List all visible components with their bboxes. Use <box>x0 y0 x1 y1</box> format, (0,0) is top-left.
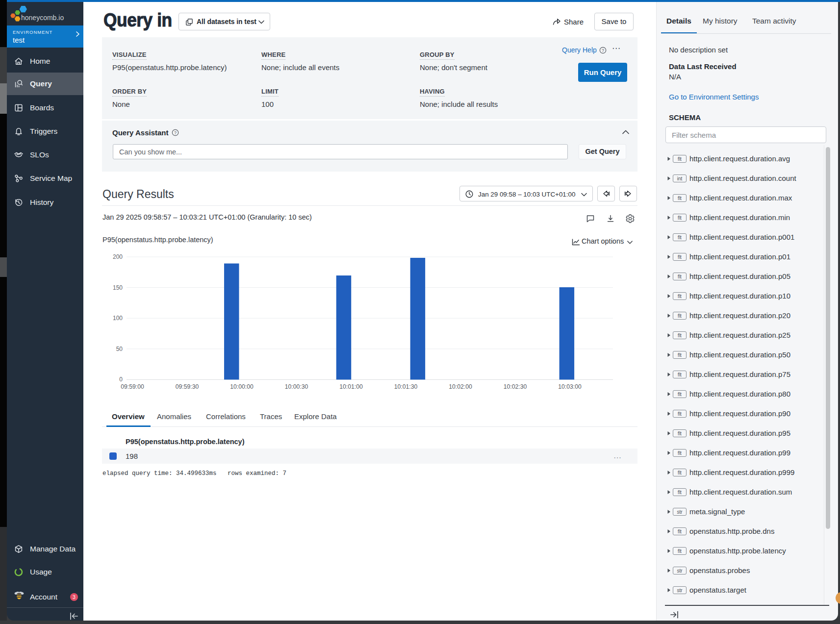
svg-text:10:01:30: 10:01:30 <box>394 383 418 390</box>
svg-text:0: 0 <box>119 376 123 383</box>
svg-text:10:02:00: 10:02:00 <box>449 383 472 390</box>
svg-text:?: ? <box>174 130 177 135</box>
svg-text:100: 100 <box>113 315 123 322</box>
svg-text:09:59:00: 09:59:00 <box>121 383 144 390</box>
svg-text:50: 50 <box>116 346 123 352</box>
svg-text:09:59:30: 09:59:30 <box>176 383 199 390</box>
svg-text:10:00:00: 10:00:00 <box>230 383 254 390</box>
svg-text:150: 150 <box>113 284 123 291</box>
svg-text:10:00:30: 10:00:30 <box>285 383 308 390</box>
svg-text:10:01:00: 10:01:00 <box>339 383 363 390</box>
svg-text:200: 200 <box>113 253 123 260</box>
svg-text:10:02:30: 10:02:30 <box>504 383 527 390</box>
svg-text:?: ? <box>602 48 604 53</box>
svg-text:10:03:00: 10:03:00 <box>558 383 582 390</box>
